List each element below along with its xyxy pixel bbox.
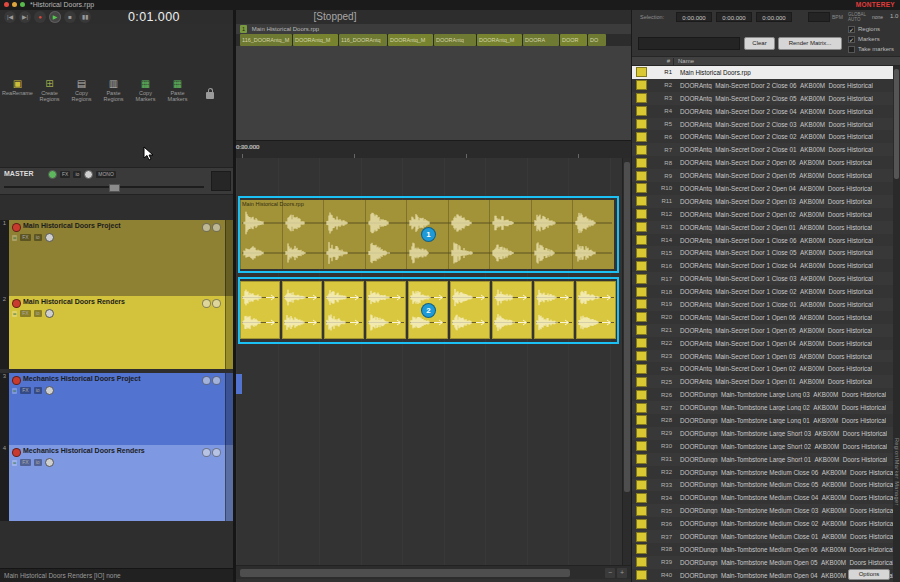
region-block[interactable]: 116_DOORAntq	[339, 34, 387, 46]
region-color-swatch[interactable]	[636, 557, 647, 567]
track-io-button[interactable]: io	[34, 234, 42, 241]
region-block[interactable]: DO	[588, 34, 606, 46]
region-row[interactable]: R24 DOORAntq_Main-Secret Door 1 Open 02_…	[632, 362, 894, 375]
lock-icon[interactable]	[206, 84, 214, 99]
master-fx-button[interactable]: FX	[60, 171, 70, 178]
zoom-out-button[interactable]: −	[605, 568, 615, 578]
transport-button[interactable]: ■	[64, 11, 76, 23]
region-row[interactable]: R2 DOORAntq_Main-Secret Door 2 Close 06_…	[632, 79, 894, 92]
region-row[interactable]: R13 DOORAntq_Main-Secret Door 2 Open 01_…	[632, 221, 894, 234]
checkbox-icon[interactable]: ✓	[848, 36, 855, 43]
region-row[interactable]: R15 DOORAntq_Main-Secret Door 1 Close 05…	[632, 246, 894, 259]
record-arm-button[interactable]	[12, 376, 21, 385]
track1-lane[interactable]: Main Historical Doors.rpp 1	[236, 196, 622, 273]
region-color-swatch[interactable]	[636, 274, 647, 284]
region-row[interactable]: R8 DOORAntq_Main-Secret Door 2 Open 06_A…	[632, 156, 894, 169]
scrollbar-thumb[interactable]	[624, 162, 630, 492]
selection-time-field[interactable]: 0:00.000	[716, 12, 752, 22]
region-color-swatch[interactable]	[636, 248, 647, 258]
region-color-swatch[interactable]	[636, 480, 647, 490]
region-row[interactable]: R11 DOORAntq_Main-Secret Door 2 Open 03_…	[632, 195, 894, 208]
solo-button[interactable]	[202, 223, 211, 232]
docker-tab-label[interactable]: Region/Marker Manager	[894, 438, 900, 506]
region-color-swatch[interactable]	[636, 171, 647, 181]
track-name[interactable]: Mechanics Historical Doors Renders	[23, 447, 145, 454]
close-window-icon[interactable]	[4, 2, 9, 7]
arrange-horizontal-scrollbar[interactable]: − +	[236, 565, 631, 579]
playrate-value[interactable]: 1.0	[890, 13, 898, 19]
transport-button[interactable]: ▶	[49, 11, 61, 23]
track-fx-button[interactable]: FX	[20, 310, 30, 317]
region-row[interactable]: R23 DOORAntq_Main-Secret Door 1 Open 03_…	[632, 350, 894, 363]
region-color-swatch[interactable]	[636, 544, 647, 554]
region-row[interactable]: R28 DOORDungn_Main-Tombstone Large Long …	[632, 414, 894, 427]
region-color-swatch[interactable]	[636, 338, 647, 348]
transport-button[interactable]: |◀	[4, 11, 16, 23]
master-env-knob[interactable]	[48, 170, 57, 179]
transport-button[interactable]: ▮▮	[79, 11, 91, 23]
envelope-icon[interactable]: ≈	[12, 460, 17, 466]
track-panel[interactable]: 2 Main Historical Doors Renders ≈ FX io	[0, 296, 233, 369]
region-color-swatch[interactable]	[636, 377, 647, 387]
region-row[interactable]: R37 DOORDungn_Main-Tombstone Medium Clos…	[632, 530, 894, 543]
region-color-swatch[interactable]	[636, 403, 647, 413]
region-block[interactable]: DOORA	[523, 34, 559, 46]
envelope-icon[interactable]: ≈	[12, 235, 17, 241]
region-lane[interactable]: 116_DOORAntq_M DOORAntq_M 116_DOORAntq D…	[236, 34, 631, 46]
region-color-swatch[interactable]	[636, 570, 647, 580]
region-color-swatch[interactable]	[636, 506, 647, 516]
region-color-swatch[interactable]	[636, 390, 647, 400]
region-row[interactable]: R6 DOORAntq_Main-Secret Door 2 Close 02_…	[632, 130, 894, 143]
arrange-body[interactable]: Main Historical Doors.rpp 1 2	[236, 158, 622, 565]
region-row[interactable]: R4 DOORAntq_Main-Secret Door 2 Close 04_…	[632, 105, 894, 118]
solo-button[interactable]	[202, 448, 211, 457]
region-color-swatch[interactable]	[636, 196, 647, 206]
region-row[interactable]: R31 DOORDungn_Main-Tombstone Large Short…	[632, 453, 894, 466]
envelope-icon[interactable]: ≈	[12, 311, 17, 317]
master-volume-slider[interactable]	[4, 184, 204, 190]
track-pan-knob[interactable]	[45, 458, 54, 467]
region-row[interactable]: R5 DOORAntq_Main-Secret Door 2 Close 03_…	[632, 118, 894, 131]
region-row[interactable]: R35 DOORDungn_Main-Tombstone Medium Clos…	[632, 504, 894, 517]
region-color-swatch[interactable]	[636, 80, 647, 90]
minimize-window-icon[interactable]	[12, 2, 17, 7]
region-color-swatch[interactable]	[636, 454, 647, 464]
region-color-swatch[interactable]	[636, 441, 647, 451]
mute-button[interactable]	[212, 448, 221, 457]
region-block[interactable]: 116_DOORAntq_M	[240, 34, 292, 46]
track-name[interactable]: Mechanics Historical Doors Project	[23, 375, 140, 382]
transport-button[interactable]: ▶|	[19, 11, 31, 23]
region-block[interactable]: DOOR	[560, 34, 587, 46]
column-header-number[interactable]: #	[648, 57, 670, 66]
render-matrix-button[interactable]: Render Matrix...	[778, 37, 842, 50]
region-color-swatch[interactable]	[636, 145, 647, 155]
selection-time-field[interactable]: 0:00.000	[676, 12, 712, 22]
solo-button[interactable]	[202, 376, 211, 385]
track-pan-knob[interactable]	[45, 386, 54, 395]
track-panel[interactable]: 1 Main Historical Doors Project ≈ FX io	[0, 220, 233, 296]
column-header-name[interactable]: Name	[678, 57, 694, 66]
track-fx-button[interactable]: FX	[20, 459, 30, 466]
toolbar-button[interactable]: ▦ Paste Markers	[162, 78, 193, 118]
region-color-swatch[interactable]	[636, 106, 647, 116]
track-fx-button[interactable]: FX	[20, 234, 30, 241]
region-color-swatch[interactable]	[636, 261, 647, 271]
region-color-swatch[interactable]	[636, 222, 647, 232]
region-row[interactable]: R16 DOORAntq_Main-Secret Door 1 Close 04…	[632, 259, 894, 272]
scrollbar-thumb[interactable]	[894, 69, 899, 179]
media-item-partial[interactable]	[236, 374, 242, 394]
region-row[interactable]: R33 DOORDungn_Main-Tombstone Medium Clos…	[632, 479, 894, 492]
maximize-window-icon[interactable]	[20, 2, 25, 7]
filter-checkbox[interactable]: ✓ Take markers	[848, 44, 894, 54]
region-row[interactable]: R30 DOORDungn_Main-Tombstone Large Short…	[632, 440, 894, 453]
region-color-swatch[interactable]	[636, 235, 647, 245]
mute-button[interactable]	[212, 223, 221, 232]
master-io-button[interactable]: io	[73, 171, 81, 178]
checkbox-icon[interactable]: ✓	[848, 26, 855, 33]
region-block[interactable]: DOORAntq_M	[477, 34, 522, 46]
region-row[interactable]: R20 DOORAntq_Main-Secret Door 1 Open 06_…	[632, 311, 894, 324]
region-color-swatch[interactable]	[636, 519, 647, 529]
region-search-input[interactable]	[638, 37, 740, 50]
region-color-swatch[interactable]	[636, 132, 647, 142]
region-color-swatch[interactable]	[636, 312, 647, 322]
